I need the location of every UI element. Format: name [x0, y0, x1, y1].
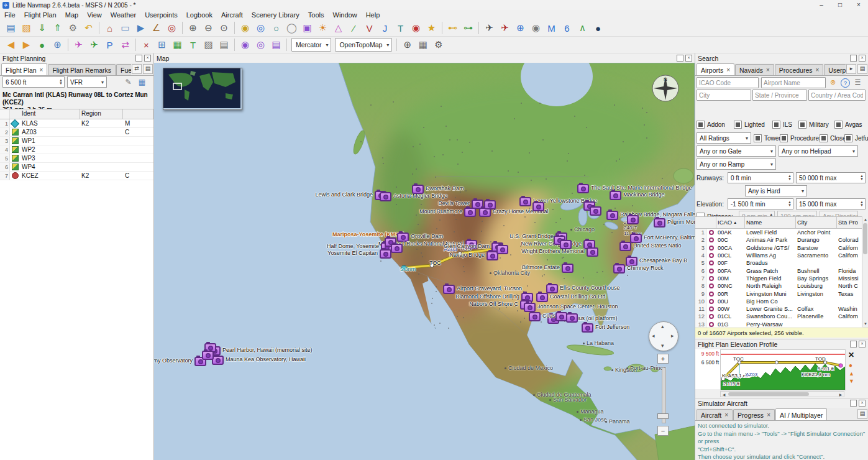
userpoint-camera[interactable]: Mount Rushmore [464, 208, 476, 217]
tab-menu-icon[interactable]: ▤ [143, 64, 153, 74]
print-icon[interactable]: ▤ [217, 38, 231, 52]
flightplan-table-header[interactable]: Ident Region [0, 109, 153, 119]
show-airways-icon[interactable]: ∕ [347, 21, 361, 35]
menu-userpoints[interactable]: Userpoints [140, 11, 182, 19]
map-more-zoom-icon[interactable]: ⊕ [400, 38, 414, 52]
userpoint-camera[interactable]: Yosemite El Capitan [380, 249, 391, 259]
connect-plug-icon[interactable]: ⊷ [445, 21, 460, 35]
close-icon[interactable]: × [816, 67, 820, 73]
close-profile-icon[interactable]: ✕ [848, 351, 854, 359]
airport-results-table[interactable]: ICAO▲ Name City Sta Pro 100AKLowell Fiel… [695, 216, 862, 328]
airport-result-row[interactable]: 700MThigpen FieldBay SpringsMississi [695, 275, 862, 282]
close-icon[interactable]: × [724, 412, 728, 418]
menu-aircraft[interactable]: Aircraft [217, 11, 247, 19]
results-header[interactable]: ICAO▲ Name City Sta Pro [695, 217, 862, 229]
simulator-tab-progress[interactable]: Progress× [733, 409, 775, 420]
checkbox-ils[interactable]: ILS [772, 121, 792, 129]
adjust-altitude-icon[interactable]: ▦ [137, 76, 147, 87]
show-ai-aircraft-icon[interactable]: ✈ [482, 21, 496, 35]
zoom-slider-handle[interactable] [657, 413, 669, 419]
results-scrollbar[interactable]: ▲ ▼ [862, 216, 868, 327]
expand-down-icon[interactable]: ▼ [849, 378, 854, 384]
overview-inset-map[interactable] [163, 68, 242, 110]
center-flightplan-icon[interactable]: ▭ [118, 21, 132, 35]
airport-result-row[interactable]: 600FAGrass PatchBushnellFlorida [695, 267, 862, 274]
elevation-max-spinbox[interactable]: 15 000 ft max▲▼ [796, 198, 866, 209]
userpoint-camera[interactable]: Fort McHenry, Baltimore [630, 234, 642, 243]
simulator-tab-aircraft[interactable]: Aircraft× [697, 409, 733, 420]
userpoint-camera[interactable]: Mackinac Bridge [610, 191, 621, 200]
profile-scrollbar[interactable]: ◀ ▶ [720, 391, 844, 397]
checkbox-military[interactable]: Military [798, 121, 829, 129]
map-magnify-icon[interactable]: ⊕ [50, 38, 65, 52]
userpoint-camera[interactable]: Lower Yellowstone Bridge [519, 197, 531, 206]
zoom-out-button[interactable]: − [657, 426, 669, 436]
flightplan-tab-flight-plan-remarks[interactable]: Flight Plan Remarks [48, 64, 116, 75]
online-network-icon[interactable]: ⊕ [513, 21, 528, 35]
float-panel-icon[interactable] [677, 55, 683, 62]
table-view-icon[interactable]: T [186, 38, 200, 52]
flightplan-row[interactable]: 7KCEZK2C [0, 172, 153, 180]
rating-combo[interactable]: All Ratings▾ [697, 132, 751, 144]
show-tracks-icon[interactable]: T [393, 21, 408, 35]
zoom-out-icon[interactable]: ⊖ [201, 21, 216, 35]
userpoint-camera[interactable] [590, 206, 601, 216]
route-parking-icon[interactable]: P [103, 38, 117, 52]
search-menu-icon[interactable]: ☰ [853, 78, 862, 87]
runway-min-spinbox[interactable]: 0 ft min▲▼ [728, 172, 793, 183]
route-destination-icon[interactable]: ✈ [87, 38, 101, 52]
simulator-tab-ai-multiplayer[interactable]: AI / Multiplayer [775, 408, 827, 420]
userpoint-camera[interactable]: Chimney Rock [613, 264, 625, 274]
airport-result-row[interactable]: 500FBroadus [695, 259, 862, 267]
checkbox-avgas[interactable]: Avgas [834, 121, 862, 129]
map-style-combo[interactable]: OpenTopoMap▾ [335, 38, 392, 52]
center-aircraft-icon[interactable]: ▶ [134, 21, 148, 35]
tab-menu-icon[interactable]: ▤ [857, 409, 867, 419]
col-extra[interactable] [123, 109, 153, 119]
airport-result-row[interactable]: 1100WLower Granite S...ColfaxWashin [695, 305, 862, 313]
userpoint-add-icon[interactable]: ◉ [238, 38, 252, 52]
map-forward-icon[interactable]: ▶ [19, 38, 34, 52]
userpoint-camera[interactable] [496, 245, 508, 254]
airport-result-row[interactable]: 200CAnimas Air ParkDurangoColorad [695, 236, 862, 244]
userpoint-camera[interactable] [560, 240, 572, 249]
menu-weather[interactable]: Weather [106, 11, 140, 19]
ramp-combo[interactable]: Any or no Ramp▾ [697, 159, 776, 170]
airport-name-input[interactable] [761, 77, 826, 88]
tab-menu-icon[interactable]: ▤ [857, 64, 867, 74]
flightplan-row[interactable]: 3WP1 [0, 137, 153, 145]
userpoint-camera[interactable]: Fort Jefferson [582, 323, 593, 333]
minimize-button[interactable]: – [812, 0, 831, 10]
close-panel-icon[interactable]: × [859, 55, 866, 62]
menu-view[interactable]: View [83, 11, 106, 19]
save-flightplan-icon[interactable]: ⇓ [35, 21, 49, 35]
flightplan-row[interactable]: 5WP3 [0, 154, 153, 163]
show-on-map-icon[interactable]: ● [35, 38, 49, 52]
search-tab-userpoints[interactable]: Userpoints [824, 64, 846, 75]
userpoint-camera[interactable]: Wright Brothers Memorial [587, 247, 598, 257]
zoom-reset-icon[interactable]: ⊙ [217, 21, 231, 35]
menu-logbook[interactable]: Logbook [182, 11, 217, 19]
search-tab-procedures[interactable]: Procedures× [775, 64, 824, 75]
flightplan-row[interactable]: 6WP4 [0, 163, 153, 172]
close-panel-icon[interactable]: × [685, 55, 692, 62]
gate-combo[interactable]: Any or no Gate▾ [697, 145, 776, 157]
col-region[interactable]: Region [80, 109, 123, 119]
userpoint-camera[interactable]: Rainbow Bridge, Niagara Falls [606, 211, 618, 220]
menu-window[interactable]: Window [329, 11, 362, 19]
undo-icon[interactable]: ↶ [81, 21, 96, 35]
checkbox-tower[interactable]: Tower [754, 134, 781, 142]
col-ident[interactable]: Ident [20, 109, 80, 119]
tab-scroll-icon[interactable]: ⇄ [132, 64, 142, 74]
edit-flightplan-icon[interactable]: ✎ [123, 76, 134, 87]
show-sun-shading-icon[interactable]: ☀ [316, 21, 330, 35]
hide-ai-aircraft-icon[interactable]: ✈ [498, 21, 512, 35]
elevation-min-spinbox[interactable]: -1 500 ft min▲▼ [728, 198, 793, 209]
expand-up-icon[interactable]: ▲ [849, 370, 854, 377]
icao-code-input[interactable] [697, 77, 759, 88]
route-reverse-icon[interactable]: ⇄ [118, 38, 132, 52]
float-panel-icon[interactable] [850, 341, 857, 347]
search-tab-navaids[interactable]: Navaids× [735, 64, 774, 75]
measure-distance-icon[interactable]: ∠ [149, 21, 163, 35]
elevation-chart[interactable]: TOC TOD 5 911 ft KLAS3,1 nm AZ03 KCEZ1,8… [720, 349, 846, 390]
